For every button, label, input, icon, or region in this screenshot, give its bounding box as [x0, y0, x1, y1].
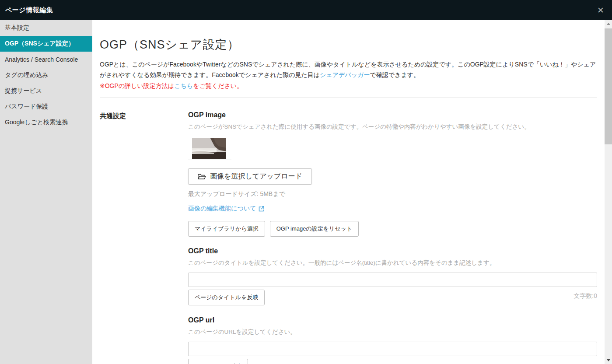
image-edit-feature-link-label: 画像の編集機能について [188, 205, 256, 213]
sidebar-item-label: タグの埋め込み [5, 71, 49, 79]
close-icon[interactable]: ✕ [595, 5, 606, 15]
ogp-image-section: OGP image このページがSNSでシェアされた際に使用する画像の設定です。… [188, 111, 597, 237]
ogp-image-heading: OGP image [188, 111, 597, 119]
char-count: 文字数:0 [574, 290, 597, 300]
page-title: OGP（SNSシェア設定） [100, 37, 597, 52]
settings-nav: 基本設定 OGP（SNSシェア設定） Analytics / Search Co… [0, 20, 92, 364]
upload-image-button-label: 画像を選択してアップロード [210, 172, 302, 181]
ogp-image-thumbnail[interactable] [188, 138, 231, 160]
scrollbar-thumb[interactable] [605, 28, 612, 144]
sidebar-item-label: Googleしごと検索連携 [5, 119, 68, 126]
page-info-edit-modal: ページ情報編集 ✕ 基本設定 OGP（SNSシェア設定） Analytics /… [0, 0, 612, 364]
ogp-title-heading: OGP title [188, 247, 597, 255]
sidebar-item-label: 提携サービス [5, 87, 42, 95]
modal-title: ページ情報編集 [5, 6, 53, 14]
sidebar-item-basic-settings[interactable]: 基本設定 [0, 20, 92, 36]
sidebar-item-label: OGP（SNSシェア設定） [5, 40, 74, 48]
ogp-help-note: ※OGPの詳しい設定方法はこちらをご覧ください。 [100, 81, 597, 91]
max-upload-size-note: 最大アップロードサイズ: 5MBまで [188, 190, 597, 198]
intro-text-part2: で確認できます。 [370, 71, 420, 78]
sidebar-item-google-jobs[interactable]: Googleしごと検索連携 [0, 115, 92, 130]
sidebar-item-tag-embed[interactable]: タグの埋め込み [0, 67, 92, 83]
ogp-title-input[interactable] [188, 273, 597, 287]
intro-text: OGPとは、このページがFacebookやTwitterなどのSNSでシェアされ… [100, 59, 597, 80]
ogp-url-section: OGP url このページのURLを設定してください。 ページのurlを反映 [188, 316, 597, 364]
external-link-icon [259, 206, 264, 212]
ogp-url-description: このページのURLを設定してください。 [188, 328, 597, 336]
ogp-url-input[interactable] [188, 342, 597, 356]
upload-image-button[interactable]: 画像を選択してアップロード [188, 168, 312, 185]
sidebar-item-label: パスワード保護 [5, 103, 48, 111]
ogp-title-description: このページのタイトルを設定してください。一般的にはページ名(title)に書かれ… [188, 259, 597, 267]
select-from-library-button[interactable]: マイライブラリから選択 [188, 221, 265, 237]
scrollbar-up-arrow[interactable] [605, 20, 612, 28]
sidebar-item-label: Analytics / Search Console [5, 56, 78, 63]
sidebar-item-label: 基本設定 [5, 24, 29, 32]
scrollbar[interactable] [605, 20, 612, 364]
divider [100, 98, 597, 98]
folder-open-icon [198, 173, 206, 180]
ogp-image-description: このページがSNSでシェアされた際に使用する画像の設定です。ページの特徴や内容が… [188, 123, 597, 131]
reflect-page-title-button[interactable]: ページのタイトルを反映 [188, 290, 265, 305]
sidebar-item-analytics-search-console[interactable]: Analytics / Search Console [0, 52, 92, 67]
ogp-title-section: OGP title このページのタイトルを設定してください。一般的にはページ名(… [188, 247, 597, 305]
ogp-help-link[interactable]: こちら [174, 82, 193, 89]
ogp-url-heading: OGP url [188, 316, 597, 324]
image-edit-feature-link[interactable]: 画像の編集機能について [188, 205, 264, 213]
section-label-common-settings: 共通設定 [100, 111, 188, 364]
reset-ogp-image-button[interactable]: OGP imageの設定をリセット [270, 221, 359, 237]
modal-header: ページ情報編集 ✕ [0, 0, 612, 20]
note-part2: をご覧ください。 [193, 82, 243, 89]
reflect-page-url-button[interactable]: ページのurlを反映 [188, 359, 248, 364]
sidebar-item-ogp-sns-share[interactable]: OGP（SNSシェア設定） [0, 36, 92, 52]
sidebar-item-partner-services[interactable]: 提携サービス [0, 83, 92, 99]
scrollbar-down-arrow[interactable] [605, 357, 612, 364]
main-content: OGP（SNSシェア設定） OGPとは、このページがFacebookやTwitt… [92, 20, 605, 364]
share-debugger-link[interactable]: シェアデバッガー [320, 71, 370, 78]
coastal-photo-thumbnail [192, 138, 226, 159]
note-part1: ※OGPの詳しい設定方法は [100, 82, 174, 89]
sidebar-item-password-protection[interactable]: パスワード保護 [0, 99, 92, 115]
